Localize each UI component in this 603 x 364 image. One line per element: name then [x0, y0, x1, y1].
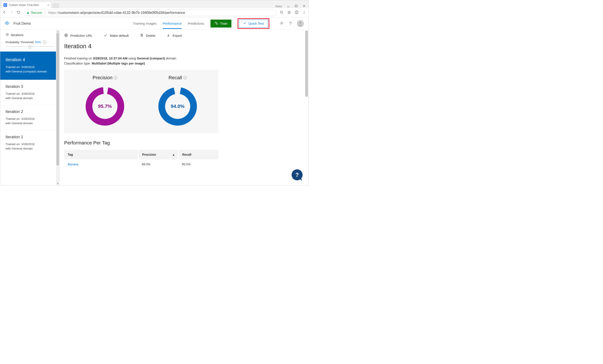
window-minimize-icon[interactable]	[287, 4, 290, 8]
iterations-sidebar: Iterations Probability Threshold: 50% i …	[0, 30, 60, 185]
favicon-icon	[3, 3, 7, 7]
iteration-trained-on: Trained on: 3/28/2018	[6, 66, 35, 69]
make-default-label: Make default	[110, 34, 129, 37]
scroll-down-icon[interactable]: ▼	[56, 182, 59, 185]
svg-point-14	[304, 13, 305, 14]
recall-label: Recall	[168, 75, 182, 81]
zoom-icon[interactable]	[280, 10, 284, 15]
iteration-domain: with General domain	[6, 97, 33, 100]
trash-icon	[140, 33, 144, 38]
project-title[interactable]: Fruit Demo	[13, 22, 31, 25]
svg-rect-3	[295, 5, 297, 7]
info-icon[interactable]: i	[43, 41, 46, 44]
check-icon	[243, 21, 247, 25]
browser-address-bar: Secure | https://customvision.ai/project…	[0, 8, 308, 17]
nav-training-images[interactable]: Training Images	[133, 18, 156, 29]
train-button[interactable]: Train	[210, 20, 232, 28]
window-maximize-icon[interactable]	[295, 4, 298, 8]
ppt-table: Tag Precision▴ Recall Banana 99.0% 95.5%	[64, 150, 218, 169]
secure-badge: Secure |	[26, 11, 46, 15]
iteration-toolbar: Prediction URL Make default Delete Expor…	[60, 30, 308, 40]
prediction-url-label: Prediction URL	[70, 34, 93, 37]
back-icon[interactable]	[2, 10, 6, 15]
reload-icon[interactable]	[17, 10, 21, 15]
table-row[interactable]: Banana 99.0% 95.5%	[64, 159, 218, 169]
svg-point-16	[215, 22, 216, 23]
svg-point-18	[281, 23, 282, 24]
settings-gear-icon[interactable]	[279, 21, 284, 26]
slider-thumb[interactable]	[29, 45, 31, 48]
export-label: Export	[173, 34, 182, 37]
window-close-icon[interactable]	[303, 4, 306, 8]
new-tab-button[interactable]	[52, 3, 59, 8]
threshold-slider[interactable]	[6, 46, 54, 48]
precision-donut: 95.7%	[84, 86, 126, 127]
iteration-title: Iteration 3	[6, 84, 54, 89]
probability-threshold: Probability Threshold: 50% i	[0, 39, 59, 44]
menu-dots-icon[interactable]	[302, 10, 306, 15]
stack-icon	[6, 33, 9, 37]
sidebar-scrollbar[interactable]: ▲ ▼	[56, 30, 59, 185]
quick-test-label: Quick Test	[248, 22, 264, 25]
threshold-value: 50%	[35, 41, 41, 44]
col-recall[interactable]: Recall	[178, 150, 218, 159]
browser-tab[interactable]: Custom Vision: Fruit Dem ×	[1, 1, 51, 8]
app-header: Fruit Demo Training Images Performance P…	[0, 17, 308, 30]
nav-predictions[interactable]: Predictions	[188, 18, 204, 29]
close-tab-icon[interactable]: ×	[47, 3, 49, 7]
export-button[interactable]: Export	[166, 33, 182, 38]
iteration-trained-on: Trained on: 3/28/2018	[6, 143, 35, 146]
svg-rect-6	[27, 12, 29, 14]
iteration-trained-on: Trained on: 3/28/2018	[6, 117, 35, 121]
info-circle-icon[interactable]	[295, 10, 299, 15]
sort-asc-icon[interactable]: ▴	[173, 153, 174, 156]
col-precision[interactable]: Precision▴	[138, 150, 178, 159]
quick-test-button[interactable]: Quick Test	[239, 20, 268, 28]
svg-point-7	[280, 11, 282, 13]
iteration-title: Iteration 1	[6, 135, 54, 139]
globe-icon	[64, 33, 68, 38]
delete-button[interactable]: Delete	[140, 33, 155, 38]
recall-value: 94.0%	[157, 86, 198, 127]
help-question-icon[interactable]: ?	[289, 21, 291, 26]
help-fab-button[interactable]: ?	[291, 169, 303, 180]
scrollbar-thumb[interactable]	[57, 33, 59, 165]
browser-user[interactable]: Anna	[275, 5, 282, 8]
tag-cell[interactable]: Banana	[64, 159, 138, 169]
iteration-domain: with General domain	[6, 147, 33, 150]
make-default-button[interactable]: Make default	[104, 33, 129, 38]
download-icon	[166, 33, 170, 38]
info-icon[interactable]: i	[183, 76, 187, 79]
address-input[interactable]: Secure | https://customvision.ai/project…	[23, 10, 277, 16]
recall-cell: 95.5%	[178, 159, 218, 169]
scrollbar-thumb[interactable]	[305, 31, 308, 97]
iteration-item-1[interactable]: Iteration 1 Trained on: 3/28/2018with Ge…	[0, 130, 59, 155]
recall-donut: 94.0%	[157, 86, 198, 127]
iteration-item-4[interactable]: Iteration 4 Trained on: 3/28/2018with Ge…	[0, 52, 59, 80]
nav-performance[interactable]: Performance	[163, 18, 182, 29]
iterations-label: Iterations	[11, 33, 23, 37]
quick-test-highlight: Quick Test	[238, 18, 269, 29]
col-tag[interactable]: Tag	[64, 150, 138, 159]
scroll-up-icon[interactable]: ▲	[56, 30, 59, 33]
info-icon[interactable]: i	[114, 76, 117, 79]
ppt-heading: Performance Per Tag	[64, 140, 218, 146]
precision-metric: Precision i 95.7%	[69, 75, 141, 127]
recall-metric: Recall i 94.0%	[141, 75, 214, 127]
svg-point-19	[300, 22, 301, 23]
star-icon[interactable]	[287, 10, 291, 15]
iteration-title: Iteration 2	[6, 110, 54, 114]
iterations-heading: Iterations	[0, 30, 59, 39]
main-panel: Prediction URL Make default Delete Expor…	[60, 30, 308, 185]
iteration-item-3[interactable]: Iteration 3 Trained on: 3/28/2018with Ge…	[0, 80, 59, 105]
iteration-domain: with General domain	[6, 121, 33, 125]
iteration-item-2[interactable]: Iteration 2 Trained on: 3/28/2018with Ge…	[0, 105, 59, 130]
svg-point-15	[6, 22, 8, 24]
train-button-label: Train	[220, 22, 228, 25]
user-avatar[interactable]	[297, 20, 304, 27]
prediction-url-button[interactable]: Prediction URL	[64, 33, 93, 38]
iteration-meta: Finished training on 3/28/2018, 10:37:04…	[64, 56, 218, 66]
precision-value: 95.7%	[84, 86, 126, 127]
main-scrollbar[interactable]	[305, 30, 308, 185]
svg-point-17	[216, 23, 218, 24]
